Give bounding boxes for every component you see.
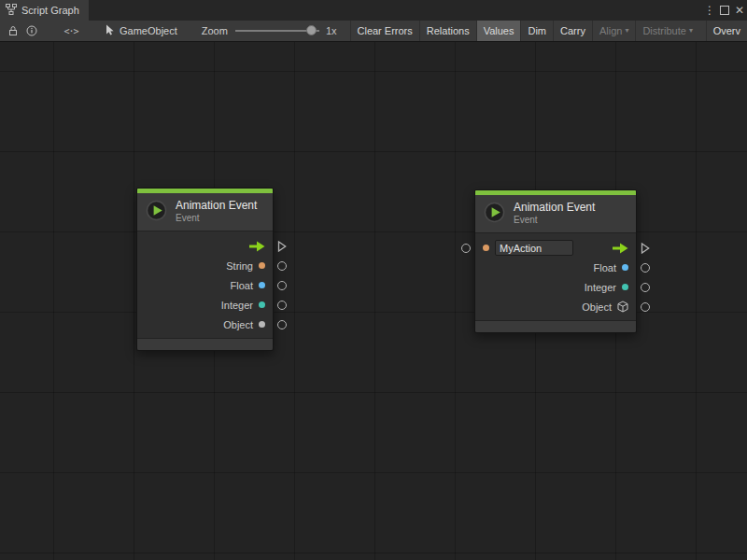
distribute-label: Distribute [642,25,685,36]
values-button[interactable]: Values [476,21,521,41]
name-input-port[interactable] [461,244,471,253]
chevron-down-icon: ▾ [689,27,693,35]
object-type-dot [259,321,265,328]
zoom-value: 1x [326,25,337,36]
gameobject-label: GameObject [120,25,177,36]
event-play-icon [484,202,505,227]
node-animation-event-1[interactable]: Animation Event Event String [136,188,274,351]
close-icon[interactable]: ✕ [732,0,747,21]
object-output-port[interactable] [641,302,650,312]
string-type-dot [259,262,265,269]
node-title: Animation Event [514,201,595,215]
node-body: String Float Integer Object [137,231,273,338]
output-row-object: Object [475,297,636,316]
port-label-integer: Integer [585,282,616,293]
output-row-integer: Integer [137,295,273,315]
flow-output-row [137,236,273,256]
distribute-button[interactable]: Distribute ▾ [635,21,698,41]
zoom-slider[interactable] [235,21,321,41]
flow-output-port[interactable] [641,242,650,254]
info-icon[interactable] [22,21,41,41]
port-label-string: String [226,260,253,272]
port-label-object: Object [582,301,612,313]
gameobject-selector[interactable]: GameObject [105,24,177,37]
window-menu-icon[interactable]: ⋮ [702,0,717,21]
output-row-string: String [137,256,273,275]
tab-bar: Script Graph ⋮ ✕ [0,0,747,21]
zoom-label: Zoom [202,25,228,36]
float-type-dot [622,264,628,271]
zoom-slider-handle[interactable] [306,25,317,35]
port-label-integer: Integer [221,300,253,311]
code-glyph: <·> [63,26,78,36]
float-type-dot [259,282,265,288]
node-subtitle: Event [176,213,257,225]
integer-output-port[interactable] [277,301,287,310]
maximize-glyph [720,6,729,15]
flow-output-row [475,238,636,258]
tabbar-spacer [89,0,702,21]
node-header[interactable]: Animation Event Event [475,195,636,233]
port-label-float: Float [594,262,616,273]
align-label: Align [599,25,622,36]
integer-type-dot [622,284,628,290]
carry-button[interactable]: Carry [553,21,592,41]
output-row-float: Float [137,275,273,295]
node-header[interactable]: Animation Event Event [137,193,273,231]
output-row-float: Float [475,258,636,277]
string-type-dot [483,245,489,251]
float-output-port[interactable] [277,281,287,290]
output-row-object: Object [137,315,273,334]
node-subtitle: Event [514,215,595,227]
node-title: Animation Event [176,199,257,213]
flow-output-port[interactable] [277,240,287,252]
port-label-object: Object [223,319,253,330]
align-button[interactable]: Align ▾ [592,21,635,41]
node-footer [137,338,273,350]
script-graph-window: Script Graph ⋮ ✕ <·> [0,0,747,560]
graph-toolbar: <·> GameObject Zoom 1x Clear Errors Rela… [0,21,747,42]
gameobject-icon [105,24,115,37]
integer-output-port[interactable] [641,283,650,292]
node-footer [475,320,636,332]
event-play-icon [146,200,167,225]
string-output-port[interactable] [277,261,287,271]
dim-button[interactable]: Dim [520,21,553,41]
object-output-port[interactable] [277,320,287,329]
graph-icon [6,4,17,17]
code-icon[interactable]: <·> [62,21,80,41]
tab-script-graph[interactable]: Script Graph [0,0,89,21]
relations-button[interactable]: Relations [419,21,476,41]
cube-icon [617,301,628,313]
flow-arrow-icon [612,243,628,254]
integer-type-dot [259,301,265,308]
graph-canvas[interactable]: Animation Event Event String [0,42,747,560]
clear-errors-button[interactable]: Clear Errors [350,21,419,41]
action-name-input[interactable] [495,240,573,256]
port-label-float: Float [231,280,253,291]
output-row-integer: Integer [475,277,636,297]
node-body: Float Integer Object [475,233,636,320]
lock-icon[interactable] [4,21,22,41]
flow-arrow-icon [248,241,265,252]
tab-label: Script Graph [21,5,79,16]
chevron-down-icon: ▾ [625,27,628,35]
overview-button[interactable]: Overv [706,21,747,41]
node-animation-event-2[interactable]: Animation Event Event [474,189,637,333]
maximize-icon[interactable] [717,0,732,21]
float-output-port[interactable] [641,263,650,273]
